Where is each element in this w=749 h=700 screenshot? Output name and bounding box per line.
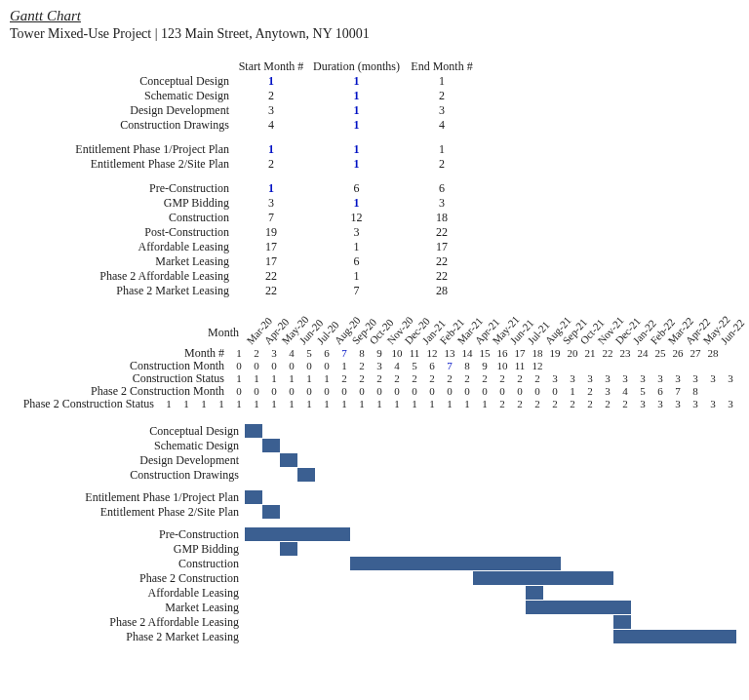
task-end: 2 (408, 89, 476, 103)
col-start-header: Start Month # (237, 59, 305, 74)
timeline-cell: 3 (581, 372, 599, 385)
month-header-cell: Mar-22 (666, 318, 684, 347)
timeline-cell: 1 (265, 398, 283, 410)
timeline-cell: 1 (441, 398, 458, 410)
timeline-cell: 0 (511, 385, 529, 398)
timeline-cell: 3 (669, 372, 687, 385)
task-duration: 1 (305, 240, 408, 254)
gantt-row-label: Market Leasing (10, 601, 245, 615)
timeline-cell (599, 360, 616, 372)
timeline-cell: 2 (353, 372, 371, 385)
task-name: Phase 2 Market Leasing (10, 284, 237, 298)
timeline-row-label: Phase 2 Construction Status (10, 398, 160, 410)
month-header-cell: Mar-21 (455, 318, 473, 347)
timeline-row: Construction Month000000123456789101112 (10, 360, 739, 372)
timeline-cell: 2 (406, 372, 423, 385)
timeline-cell: 1 (265, 372, 283, 385)
task-end: 3 (408, 196, 476, 211)
timeline-cell: 2 (529, 372, 546, 385)
task-start: 3 (237, 196, 305, 211)
timeline-cell: 1 (476, 398, 493, 410)
task-end: 4 (408, 118, 476, 133)
task-table: Start Month # Duration (months) End Mont… (10, 59, 739, 298)
month-header-cell: Nov-20 (385, 318, 403, 347)
gantt-row-label: Pre-Construction (10, 527, 245, 542)
task-name: Design Development (10, 103, 237, 118)
timeline-cell: 1 (335, 360, 353, 372)
task-name: GMP Bidding (10, 196, 237, 211)
timeline-cell: 2 (441, 372, 458, 385)
timeline-cell (687, 360, 704, 372)
timeline-cell: 1 (160, 398, 177, 410)
timeline-cell: 0 (318, 360, 335, 372)
timeline-cell: 27 (687, 347, 704, 360)
timeline-cell: 7 (669, 385, 687, 398)
timeline-cell: 12 (423, 347, 441, 360)
task-row: Schematic Design212 (10, 89, 739, 103)
task-start: 22 (237, 284, 305, 298)
task-start: 17 (237, 254, 305, 269)
task-end: 6 (408, 181, 476, 196)
timeline-cell: 1 (335, 398, 353, 410)
timeline-cell: 0 (265, 385, 283, 398)
timeline-cell: 13 (441, 347, 458, 360)
timeline-cell: 0 (458, 385, 476, 398)
timeline-cell: 2 (388, 372, 406, 385)
month-header-cell: Sep-20 (350, 318, 368, 347)
timeline-cell: 8 (458, 360, 476, 372)
timeline-cell: 2 (546, 398, 564, 410)
gantt-bar (245, 490, 262, 504)
timeline-cell: 0 (388, 385, 406, 398)
gantt-row-label: Entitlement Phase 2/Site Plan (10, 505, 245, 520)
gantt-bar (297, 468, 315, 482)
timeline-cell: 3 (722, 398, 739, 410)
timeline-cell: 3 (634, 372, 651, 385)
timeline-cell (722, 347, 739, 360)
timeline-cell (704, 360, 722, 372)
timeline-cell: 0 (335, 385, 353, 398)
timeline-cell: 2 (581, 385, 599, 398)
task-end: 17 (408, 240, 476, 254)
gantt-row: Construction (10, 557, 739, 571)
task-duration: 6 (305, 181, 408, 196)
timeline-cell: 1 (458, 398, 476, 410)
task-duration: 6 (305, 254, 408, 269)
month-header-cell: Mar-20 (245, 318, 262, 347)
task-row: Post-Construction19322 (10, 225, 739, 240)
page-subtitle: Tower Mixed-Use Project | 123 Main Stree… (10, 26, 739, 42)
month-header-cell: Oct-20 (368, 318, 385, 347)
gantt-row: Market Leasing (10, 601, 739, 615)
task-start: 2 (237, 89, 305, 103)
timeline-cell: 4 (283, 347, 300, 360)
month-header-cell: Jun-22 (719, 318, 736, 347)
timeline-cell: 11 (406, 347, 423, 360)
task-end: 22 (408, 269, 476, 284)
task-duration: 1 (305, 157, 408, 172)
timeline-cell: 23 (616, 347, 634, 360)
task-name: Conceptual Design (10, 74, 237, 89)
timeline-cell: 1 (213, 398, 230, 410)
task-row: Affordable Leasing17117 (10, 240, 739, 254)
timeline-cell: 3 (669, 398, 687, 410)
timeline-cell: 2 (511, 372, 529, 385)
task-name: Pre-Construction (10, 181, 237, 196)
task-name: Entitlement Phase 2/Site Plan (10, 157, 237, 172)
timeline-cell: 2 (511, 398, 529, 410)
gantt-row-label: Entitlement Phase 1/Project Plan (10, 490, 245, 505)
gantt-row: Phase 2 Affordable Leasing (10, 615, 739, 630)
timeline-cell: 4 (388, 360, 406, 372)
task-row: Design Development313 (10, 103, 739, 118)
timeline-cell: 2 (335, 372, 353, 385)
month-header-cell: Feb-21 (438, 318, 455, 347)
task-end: 1 (408, 74, 476, 89)
timeline-cell: 1 (283, 372, 300, 385)
timeline-cell: 2 (423, 372, 441, 385)
task-end: 3 (408, 103, 476, 118)
task-row: Phase 2 Affordable Leasing22122 (10, 269, 739, 284)
task-end: 1 (408, 142, 476, 157)
col-end-header: End Month # (408, 59, 476, 74)
timeline-cell (546, 360, 564, 372)
gantt-row: Affordable Leasing (10, 586, 739, 601)
timeline-cell: 12 (529, 360, 546, 372)
task-duration: 12 (305, 211, 408, 225)
